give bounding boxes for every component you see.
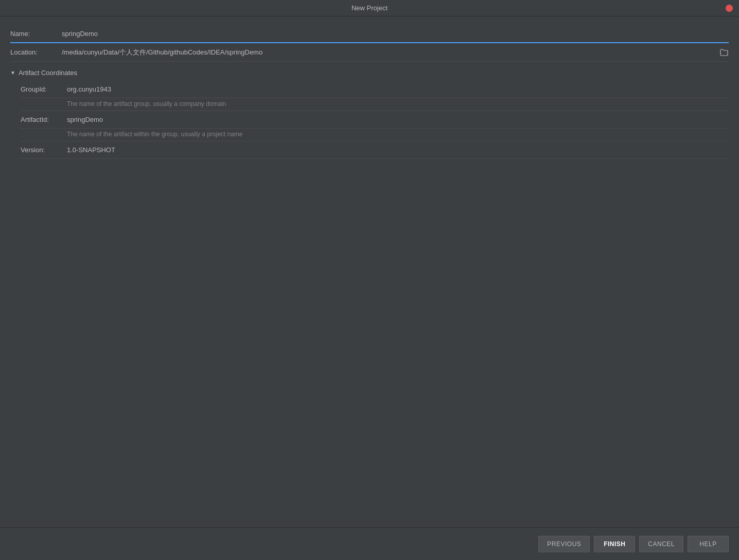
name-input[interactable]: [62, 27, 729, 41]
location-label: Location:: [10, 48, 62, 56]
cancel-button[interactable]: CANCEL: [639, 536, 683, 552]
name-row: Name:: [10, 25, 729, 43]
artifact-id-label: ArtifactId:: [21, 116, 67, 123]
previous-button[interactable]: PREVIOUS: [538, 536, 590, 552]
help-button[interactable]: HELP: [688, 536, 729, 552]
location-value: /media/cunyu/Data/个人文件/Github/githubCode…: [62, 48, 719, 57]
bottom-bar: PREVIOUS FINISH CANCEL HELP: [0, 527, 739, 560]
content-area: Name: Location: /media/cunyu/Data/个人文件/G…: [0, 16, 739, 527]
version-row: Version: 1.0-SNAPSHOT: [21, 141, 729, 159]
version-value: 1.0-SNAPSHOT: [67, 144, 729, 156]
close-button[interactable]: [726, 5, 733, 12]
version-field: Version: 1.0-SNAPSHOT: [21, 141, 729, 159]
artifact-coordinates-label: Artifact Coordinates: [19, 69, 77, 77]
name-label: Name:: [10, 30, 62, 38]
version-label: Version:: [21, 146, 67, 154]
title-bar: New Project: [0, 0, 739, 16]
artifact-id-field: ArtifactId: springDemo The name of the a…: [21, 111, 729, 141]
group-id-label: GroupId:: [21, 85, 67, 93]
artifact-coordinates-header[interactable]: ▼ Artifact Coordinates: [10, 64, 729, 81]
finish-button[interactable]: FINISH: [594, 536, 635, 552]
artifact-id-hint: The name of the artifact within the grou…: [21, 129, 729, 141]
location-row: Location: /media/cunyu/Data/个人文件/Github/…: [10, 43, 729, 62]
chevron-icon: ▼: [10, 70, 15, 76]
browse-folder-button[interactable]: [719, 48, 729, 57]
group-id-hint: The name of the artifact group, usually …: [21, 98, 729, 111]
group-id-row: GroupId: org.cunyu1943: [21, 81, 729, 98]
artifact-id-row: ArtifactId: springDemo: [21, 111, 729, 129]
artifact-id-value: springDemo: [67, 114, 729, 125]
artifact-coordinates-section: ▼ Artifact Coordinates GroupId: org.cuny…: [10, 64, 729, 159]
dialog-window: New Project Name: Location: /media/cunyu…: [0, 0, 739, 560]
group-id-field: GroupId: org.cunyu1943 The name of the a…: [21, 81, 729, 111]
group-id-value: org.cunyu1943: [67, 83, 729, 95]
dialog-title: New Project: [351, 4, 388, 12]
